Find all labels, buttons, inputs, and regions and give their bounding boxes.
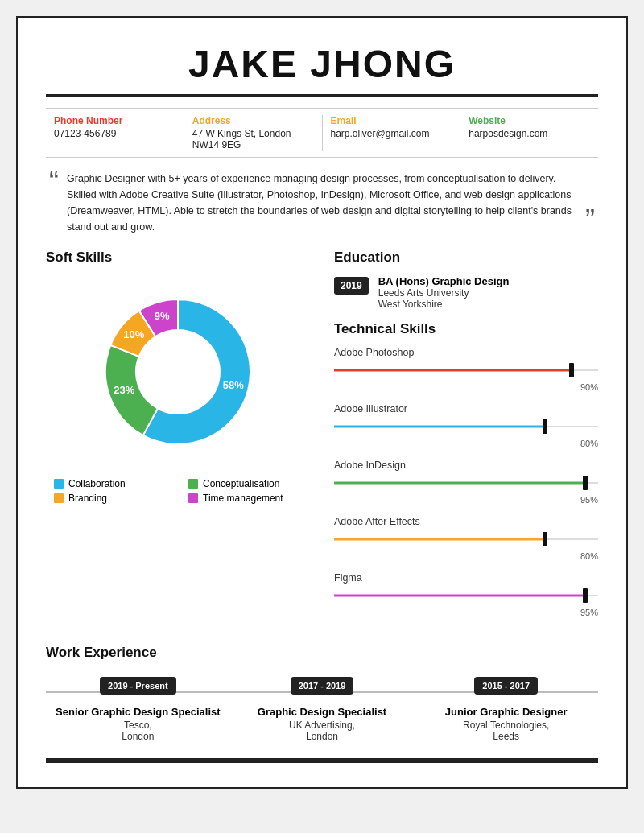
edu-entry: 2019 BA (Hons) Graphic Design Leeds Arts…: [334, 275, 598, 310]
timeline-badge: 2019 - Present: [100, 677, 176, 695]
skill-bar-container: [334, 361, 598, 379]
skill-bar-fill: [334, 595, 585, 597]
donut-chart: 58%23%10%9%: [73, 275, 283, 468]
skill-bar-handle: [583, 476, 588, 490]
email-contact: Email harp.oliver@gmail.com: [323, 115, 461, 151]
contact-bar: Phone Number 07123-456789 Address 47 W K…: [46, 108, 598, 158]
education-title: Education: [334, 249, 598, 266]
timeline-company: UK Advertising,: [289, 720, 355, 731]
edu-year: 2019: [334, 277, 369, 295]
timeline-job-title: Senior Graphic Design Specialist: [56, 706, 220, 718]
donut-legend: Collaboration Conceptualisation Branding…: [46, 478, 310, 504]
quote-open-icon: “: [49, 167, 59, 196]
skill-bar-container: [334, 474, 598, 492]
website-value: harposdesign.com: [469, 128, 590, 139]
skill-name: Figma: [334, 572, 598, 584]
skill-bar-fill: [334, 482, 585, 485]
phone-contact: Phone Number 07123-456789: [46, 115, 184, 151]
skill-name: Adobe Illustrator: [334, 403, 598, 414]
legend-dot-conceptualisation: [188, 479, 198, 489]
skill-bar-container: [334, 418, 598, 435]
website-contact: Website harposdesign.com: [460, 115, 598, 151]
technical-skills-title: Technical Skills: [334, 321, 598, 337]
svg-text:23%: 23%: [114, 384, 134, 396]
svg-text:9%: 9%: [155, 310, 170, 322]
soft-skills-title: Soft Skills: [46, 249, 310, 266]
legend-collaboration: Collaboration: [54, 478, 175, 489]
legend-label-collaboration: Collaboration: [68, 478, 126, 489]
legend-branding: Branding: [54, 493, 175, 504]
skill-pct: 80%: [334, 439, 598, 448]
skill-bar-handle: [583, 588, 588, 603]
skill-item: Adobe Illustrator80%: [334, 403, 598, 448]
email-label: Email: [331, 115, 452, 126]
timeline-job-title: Junior Graphic Designer: [445, 706, 568, 718]
skill-bar-handle: [543, 532, 547, 546]
legend-dot-branding: [54, 493, 64, 503]
legend-label-branding: Branding: [68, 493, 107, 504]
skill-item: Adobe After Effects80%: [334, 516, 598, 561]
soft-skills-section: Soft Skills 58%23%10%9% Collaboration: [46, 249, 310, 629]
skill-pct: 95%: [334, 608, 598, 617]
timeline-item: 2015 - 2017Junior Graphic DesignerRoyal …: [414, 677, 598, 742]
skill-name: Adobe InDesign: [334, 460, 598, 471]
right-col: Education 2019 BA (Hons) Graphic Design …: [334, 249, 598, 629]
address-value: 47 W Kings St, London NW14 9EG: [192, 128, 314, 151]
timeline-badge: 2017 - 2019: [291, 677, 354, 695]
two-col-section: Soft Skills 58%23%10%9% Collaboration: [46, 249, 598, 629]
skill-bar-handle: [569, 363, 574, 377]
timeline-company: Royal Technologies,: [463, 720, 549, 731]
skill-name: Adobe Photoshop: [334, 347, 598, 358]
skill-bar-container: [334, 530, 598, 548]
timeline-company: Tesco,: [124, 720, 152, 731]
work-experience-section: Work Experience 2019 - PresentSenior Gra…: [46, 645, 598, 742]
full-name: JAKE JHONG: [46, 42, 598, 86]
timeline-job-title: Graphic Design Specialist: [258, 706, 386, 718]
timeline-item: 2017 - 2019Graphic Design SpecialistUK A…: [230, 677, 415, 742]
skill-name: Adobe After Effects: [334, 516, 598, 527]
legend-dot-time-management: [188, 493, 198, 503]
legend-dot-collaboration: [54, 479, 64, 489]
edu-degree: BA (Hons) Graphic Design: [378, 275, 510, 287]
skill-bar-fill: [334, 538, 545, 541]
timeline: 2019 - PresentSenior Graphic Design Spec…: [46, 677, 598, 742]
edu-institution: Leeds Arts University: [378, 287, 510, 299]
timeline-location: London: [122, 731, 154, 742]
bio-section: “ Graphic Designer with 5+ years of expe…: [46, 171, 598, 235]
skill-pct: 80%: [334, 551, 598, 561]
legend-label-time-management: Time management: [203, 493, 283, 504]
bottom-bar: [46, 758, 598, 763]
phone-value: 07123-456789: [54, 128, 175, 139]
skill-pct: 95%: [334, 495, 598, 505]
skill-item: Adobe Photoshop90%: [334, 347, 598, 392]
bio-text: Graphic Designer with 5+ years of experi…: [67, 171, 580, 235]
resume-container: JAKE JHONG Phone Number 07123-456789 Add…: [16, 16, 628, 789]
edu-location: West Yorkshire: [378, 299, 510, 310]
timeline-item: 2019 - PresentSenior Graphic Design Spec…: [46, 677, 230, 742]
skill-pct: 90%: [334, 382, 598, 392]
address-label: Address: [192, 115, 314, 126]
email-value: harp.oliver@gmail.com: [331, 128, 452, 139]
timeline-location: London: [306, 731, 338, 742]
svg-text:10%: 10%: [123, 328, 144, 340]
quote-close-icon: ”: [585, 206, 595, 235]
work-experience-title: Work Experience: [46, 645, 598, 661]
timeline-items: 2019 - PresentSenior Graphic Design Spec…: [46, 677, 598, 742]
phone-label: Phone Number: [54, 115, 175, 126]
svg-text:58%: 58%: [223, 379, 244, 391]
legend-label-conceptualisation: Conceptualisation: [203, 478, 279, 489]
skills-list: Adobe Photoshop90%Adobe Illustrator80%Ad…: [334, 347, 598, 617]
skill-bar-fill: [334, 369, 572, 372]
address-contact: Address 47 W Kings St, London NW14 9EG: [184, 115, 323, 151]
edu-details: BA (Hons) Graphic Design Leeds Arts Univ…: [378, 275, 510, 310]
skill-bar-handle: [543, 419, 547, 434]
timeline-location: Leeds: [493, 731, 519, 742]
legend-time-management: Time management: [188, 493, 310, 504]
website-label: Website: [469, 115, 590, 126]
timeline-badge: 2015 - 2017: [474, 677, 538, 695]
skill-bar-fill: [334, 426, 545, 428]
name-section: JAKE JHONG: [46, 42, 598, 97]
skill-bar-container: [334, 587, 598, 604]
legend-conceptualisation: Conceptualisation: [188, 478, 310, 489]
skill-item: Adobe InDesign95%: [334, 460, 598, 505]
